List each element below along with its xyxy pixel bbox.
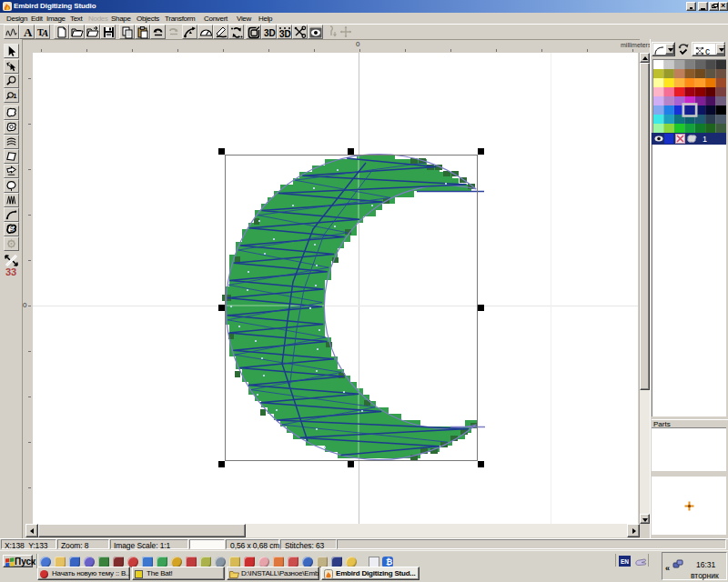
svg-text:c: c xyxy=(705,46,710,56)
